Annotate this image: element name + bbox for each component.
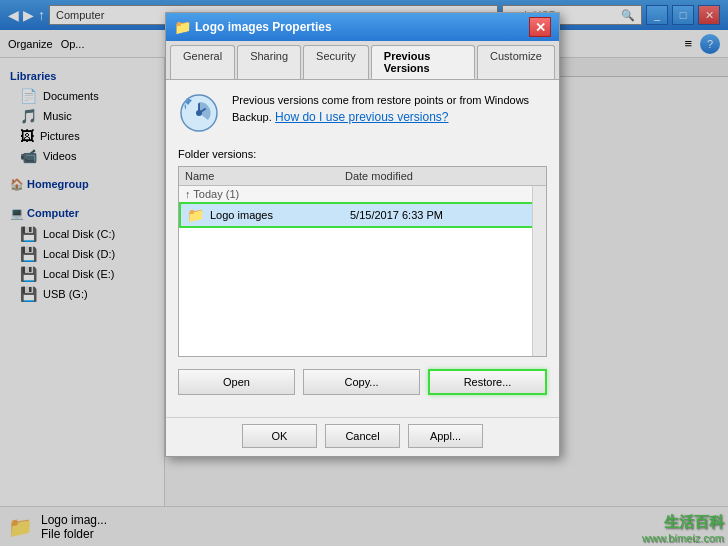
table-header: Name Date modified: [179, 167, 546, 186]
info-text-block: Previous versions come from restore poin…: [232, 92, 547, 125]
restore-icon-large: [178, 92, 220, 134]
folder-versions-label: Folder versions:: [178, 148, 547, 160]
dialog-footer: OK Cancel Appl...: [166, 417, 559, 456]
restore-button[interactable]: Restore...: [428, 369, 547, 395]
dialog-actions: Open Copy... Restore...: [178, 369, 547, 395]
scrollbar[interactable]: [532, 186, 546, 356]
table-col-name[interactable]: Name: [185, 170, 345, 182]
versions-table: Name Date modified ↑ Today (1) 📁 Logo im…: [178, 166, 547, 357]
tab-customize[interactable]: Customize: [477, 45, 555, 79]
tab-security[interactable]: Security: [303, 45, 369, 79]
row-name: Logo images: [210, 209, 350, 221]
table-row-selected[interactable]: 📁 Logo images 5/15/2017 6:33 PM: [179, 202, 546, 228]
watermark: 生活百科 www.bimeiz.com: [548, 491, 728, 546]
open-button[interactable]: Open: [178, 369, 295, 395]
dialog-title-icon: 📁: [174, 19, 191, 35]
table-col-date[interactable]: Date modified: [345, 170, 540, 182]
info-section: Previous versions come from restore poin…: [178, 92, 547, 134]
tab-previous-versions[interactable]: Previous Versions: [371, 45, 475, 79]
dialog-title-text: Logo images Properties: [195, 20, 525, 34]
info-link[interactable]: How do I use previous versions?: [275, 110, 448, 124]
dialog-close-button[interactable]: ✕: [529, 17, 551, 37]
watermark-line2: www.bimeiz.com: [642, 532, 724, 544]
watermark-line1: 生活百科: [664, 513, 724, 532]
ok-button[interactable]: OK: [242, 424, 317, 448]
cancel-button[interactable]: Cancel: [325, 424, 400, 448]
tab-sharing[interactable]: Sharing: [237, 45, 301, 79]
dialog-body: Previous versions come from restore poin…: [166, 80, 559, 417]
apply-button[interactable]: Appl...: [408, 424, 483, 448]
tab-general[interactable]: General: [170, 45, 235, 79]
copy-button[interactable]: Copy...: [303, 369, 420, 395]
properties-dialog: 📁 Logo images Properties ✕ General Shari…: [165, 12, 560, 457]
dialog-tabs: General Sharing Security Previous Versio…: [166, 41, 559, 80]
row-folder-icon: 📁: [187, 207, 204, 223]
table-body: ↑ Today (1) 📁 Logo images 5/15/2017 6:33…: [179, 186, 546, 356]
table-section: ↑ Today (1): [179, 186, 546, 202]
dialog-titlebar: 📁 Logo images Properties ✕: [166, 13, 559, 41]
row-date: 5/15/2017 6:33 PM: [350, 209, 538, 221]
